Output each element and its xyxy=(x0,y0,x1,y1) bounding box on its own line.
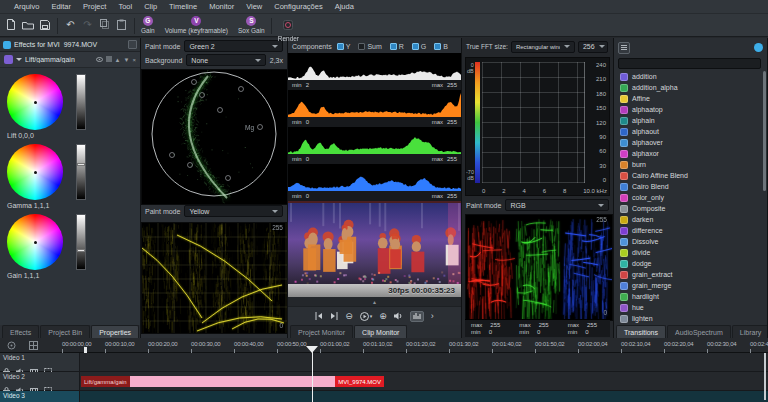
wheel-slider[interactable] xyxy=(76,214,86,270)
collapse-caret-icon[interactable] xyxy=(16,58,22,61)
next-frame-button[interactable]: ⊕ xyxy=(379,312,387,321)
fft-size-select[interactable]: 256 xyxy=(578,41,608,53)
wheel-slider[interactable] xyxy=(76,144,86,200)
component-checkbox[interactable]: B xyxy=(434,43,448,50)
monitor-tab[interactable]: Clip Monitor xyxy=(354,325,407,338)
transition-list-item[interactable]: alphaatop xyxy=(616,104,761,115)
zone-end-button[interactable] xyxy=(330,312,338,320)
list-scrollbar[interactable] xyxy=(763,71,766,191)
save-icon[interactable] xyxy=(38,18,51,31)
open-folder-icon[interactable] xyxy=(21,18,34,31)
dock-tab[interactable]: Transitions xyxy=(616,325,666,338)
vectorscope-paint-mode-select[interactable]: Green 2 xyxy=(184,40,283,52)
menu-item[interactable]: Monitor xyxy=(203,0,240,13)
show-effect-icon[interactable] xyxy=(96,57,103,63)
list-view-icon[interactable] xyxy=(618,42,630,54)
effect-button[interactable]: S Sox Gain xyxy=(238,16,265,34)
render-button[interactable]: Render xyxy=(278,16,299,42)
component-checkbox[interactable]: G xyxy=(412,43,426,50)
component-checkbox[interactable]: R xyxy=(390,43,404,50)
menu-item[interactable]: Timeline xyxy=(163,0,203,13)
transition-list-item[interactable]: dodge xyxy=(616,258,761,269)
menu-item[interactable]: Arquivo xyxy=(8,0,45,13)
effect-button[interactable]: G Gain xyxy=(141,16,155,34)
transition-list-item[interactable]: Cairo Affine Blend xyxy=(616,170,761,181)
transition-list-item[interactable]: alphaout xyxy=(616,126,761,137)
transition-list-item[interactable]: alphaxor xyxy=(616,148,761,159)
move-down-icon[interactable]: ▼ xyxy=(124,57,130,63)
parade-paint-mode-select[interactable]: RGB xyxy=(505,199,609,211)
transition-list-item[interactable]: difference xyxy=(616,225,761,236)
transition-list-item[interactable]: burn xyxy=(616,159,761,170)
zone-start-button[interactable] xyxy=(315,312,323,320)
timeline-track[interactable]: Video 3 xyxy=(0,391,768,402)
transition-list-item[interactable]: addition_alpha xyxy=(616,82,761,93)
fft-window-select[interactable]: Rectangular window xyxy=(511,41,575,53)
dock-tab[interactable]: Properties xyxy=(91,325,139,338)
play-button[interactable]: ▾ xyxy=(360,312,373,321)
transition-list-item[interactable]: alphain xyxy=(616,115,761,126)
transition-list-item[interactable]: grain_extract xyxy=(616,269,761,280)
waveform-paint-mode-select[interactable]: Yellow xyxy=(184,205,283,217)
timeline-target-icon[interactable] xyxy=(6,340,17,351)
transition-list-item[interactable]: Cairo Blend xyxy=(616,181,761,192)
dock-tab[interactable]: Library xyxy=(732,325,768,338)
menu-item[interactable]: Project xyxy=(77,0,112,13)
menu-item[interactable]: Tool xyxy=(112,0,138,13)
timeline-grid-icon[interactable] xyxy=(28,340,39,351)
transition-list-item[interactable]: grain_merge xyxy=(616,280,761,291)
monitor-collapse-handle[interactable]: ▴ xyxy=(288,297,461,306)
color-wheel[interactable] xyxy=(7,74,63,130)
transition-list-item[interactable]: lighten xyxy=(616,313,761,323)
dock-tab[interactable]: Effects xyxy=(2,325,39,338)
transition-list-item[interactable]: hardlight xyxy=(616,291,761,302)
transition-list-item[interactable]: addition xyxy=(616,71,761,82)
transition-list-item[interactable]: color_only xyxy=(616,192,761,203)
paste-icon[interactable] xyxy=(115,18,128,31)
component-checkbox[interactable]: Sum xyxy=(358,43,381,50)
mute-button[interactable] xyxy=(394,312,403,320)
transition-list-item[interactable]: Composite xyxy=(616,203,761,214)
color-wheel[interactable] xyxy=(7,144,63,200)
effect-header[interactable]: Lift/gamma/gain ▲ ▼ × xyxy=(0,52,140,68)
track-header[interactable]: Video 3 xyxy=(0,391,80,402)
menu-item[interactable]: Ajuda xyxy=(329,0,360,13)
dock-tab[interactable]: Project Bin xyxy=(40,325,90,338)
overflow-chevron-icon[interactable]: › xyxy=(431,312,434,321)
timeline-clip[interactable]: Lift/gamma/gain MVI_9974.MOV xyxy=(81,376,384,387)
timeline-scrollbar[interactable] xyxy=(764,353,766,400)
timeline-track[interactable]: Video 1 xyxy=(0,353,768,372)
undock-button[interactable] xyxy=(128,40,137,49)
transition-list-item[interactable]: Dissolve xyxy=(616,236,761,247)
transition-list-item[interactable]: Affine xyxy=(616,93,761,104)
delete-effect-icon[interactable]: × xyxy=(132,57,136,63)
transition-list-item[interactable]: hue xyxy=(616,302,761,313)
previous-frame-button[interactable]: ⊖ xyxy=(345,312,353,321)
color-wheel[interactable] xyxy=(7,214,63,270)
track-header[interactable]: Video 1 xyxy=(0,353,80,371)
menu-item[interactable]: Configurações xyxy=(268,0,328,13)
undo-icon[interactable]: ↶ xyxy=(64,18,77,31)
info-icon[interactable] xyxy=(754,43,763,52)
menu-item[interactable]: Clip xyxy=(138,0,163,13)
copy-icon[interactable] xyxy=(98,18,111,31)
redo-icon[interactable]: ↷ xyxy=(81,18,94,31)
dock-tab[interactable]: AudioSpectrum xyxy=(667,325,731,338)
effect-button[interactable]: V Volume (keyframable) xyxy=(165,16,228,34)
transition-search-input[interactable] xyxy=(618,58,761,69)
track-header[interactable]: Video 2 xyxy=(0,372,80,390)
transition-list-item[interactable]: alphaover xyxy=(616,137,761,148)
wheel-slider[interactable] xyxy=(76,74,86,130)
transition-list-item[interactable]: divide xyxy=(616,247,761,258)
transition-list-item[interactable]: darken xyxy=(616,214,761,225)
vectorscope-background-select[interactable]: None xyxy=(186,54,265,66)
menu-item[interactable]: View xyxy=(240,0,268,13)
component-checkbox[interactable]: Y xyxy=(337,43,351,50)
move-up-icon[interactable]: ▲ xyxy=(115,57,121,63)
menu-item[interactable]: Editar xyxy=(45,0,77,13)
new-document-icon[interactable] xyxy=(4,18,17,31)
timeline-ruler[interactable]: 00:00:00,0000:00:10,0000:00:20,0000:00:3… xyxy=(0,338,768,353)
preset-menu-icon[interactable] xyxy=(106,56,112,63)
audio-level-toggle[interactable] xyxy=(410,311,424,322)
monitor-tab[interactable]: Project Monitor xyxy=(290,325,353,338)
